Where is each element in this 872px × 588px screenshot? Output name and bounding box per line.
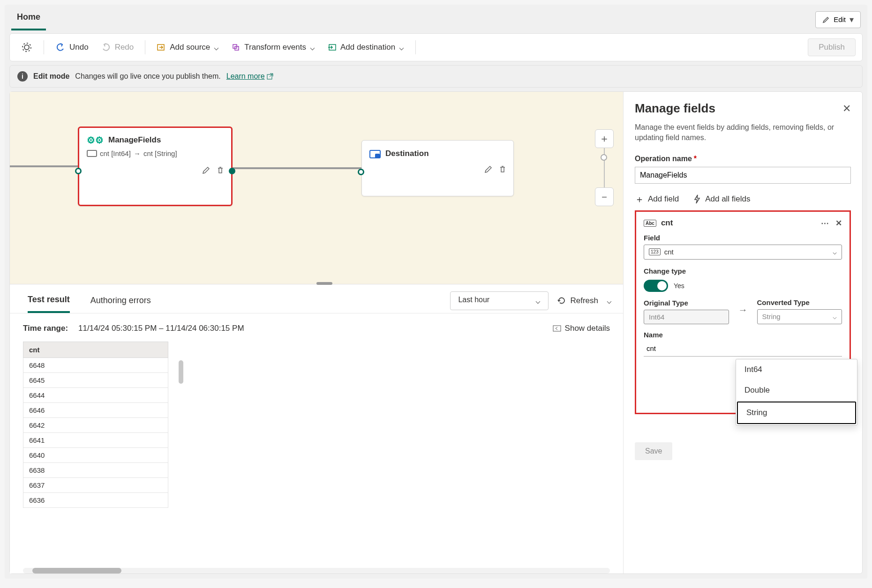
nav-home[interactable]: Home: [11, 8, 46, 30]
add-destination-label: Add destination: [340, 43, 395, 52]
details-icon: [553, 325, 561, 332]
field-label: Field: [644, 234, 842, 242]
undo-button[interactable]: Undo: [51, 39, 93, 55]
gears-icon: ⚙⚙: [87, 134, 104, 146]
table-row[interactable]: 6638: [23, 463, 168, 478]
edge: [233, 167, 361, 169]
show-details-button[interactable]: Show details: [553, 324, 610, 333]
redo-label: Redo: [115, 43, 134, 52]
transform-icon: [231, 43, 241, 52]
table-cell: 6636: [23, 493, 168, 508]
tab-test-result[interactable]: Test result: [28, 288, 70, 313]
time-range-value: Last hour: [458, 296, 489, 306]
zoom-slider[interactable]: [604, 148, 605, 168]
redo-button: Redo: [96, 39, 139, 55]
name-field-label: Name: [644, 331, 842, 339]
remove-field-icon[interactable]: ✕: [835, 218, 842, 228]
table-row[interactable]: 6648: [23, 358, 168, 373]
toggle-value: Yes: [674, 282, 684, 290]
field-select[interactable]: 123 cnt ⌵: [644, 245, 842, 260]
more-options-icon[interactable]: ⋯: [821, 218, 829, 228]
chevron-down-icon[interactable]: ⌵: [607, 296, 612, 306]
chevron-down-icon: ⌵: [535, 296, 541, 306]
panel-description: Manage the event fields by adding fields…: [635, 122, 851, 143]
gear-icon: [21, 42, 32, 53]
svg-point-0: [24, 45, 29, 50]
result-table: cnt 664866456644664666426641664066386637…: [23, 342, 168, 508]
table-cell: 6645: [23, 373, 168, 388]
dropdown-option-double[interactable]: Double: [736, 380, 857, 401]
table-row[interactable]: 6646: [23, 403, 168, 418]
zoom-out-button[interactable]: －: [595, 187, 614, 206]
name-field-input[interactable]: [644, 341, 842, 357]
zoom-in-button[interactable]: ＋: [595, 129, 614, 148]
horizontal-scrollbar[interactable]: [23, 568, 610, 573]
field-select-value: cnt: [664, 248, 674, 256]
add-source-button[interactable]: Add source ⌵: [152, 39, 224, 55]
converted-type-select[interactable]: String ⌵: [757, 309, 842, 324]
chevron-down-icon: ▾: [849, 15, 854, 25]
learn-more-link[interactable]: Learn more: [226, 72, 273, 81]
settings-button[interactable]: [16, 39, 37, 56]
operation-name-input[interactable]: [635, 167, 851, 184]
node-field-to: cnt [String]: [143, 149, 177, 157]
dropdown-option-string[interactable]: String: [737, 402, 856, 424]
table-row[interactable]: 6641: [23, 433, 168, 448]
edge: [10, 165, 78, 167]
node-field-from: cnt [Int64]: [100, 149, 131, 157]
panel-title: Manage fields: [635, 101, 715, 116]
dropdown-option-int64[interactable]: Int64: [736, 359, 857, 380]
change-type-toggle[interactable]: [644, 280, 668, 292]
edit-label: Edit: [834, 15, 846, 23]
time-range-label: Time range:: [23, 324, 68, 333]
input-port[interactable]: [358, 169, 364, 175]
edit-mode-label: Edit mode: [33, 72, 69, 81]
table-row[interactable]: 6637: [23, 478, 168, 493]
table-row[interactable]: 6645: [23, 373, 168, 388]
table-row[interactable]: 6642: [23, 418, 168, 433]
output-port[interactable]: [229, 168, 235, 174]
flow-canvas[interactable]: ⚙⚙ ManageFields cnt [Int64] → cnt [Strin…: [10, 92, 623, 284]
table-row[interactable]: 6636: [23, 493, 168, 508]
plus-icon: ＋: [635, 193, 644, 206]
refresh-button[interactable]: Refresh: [557, 296, 598, 305]
lightning-icon: [693, 194, 701, 204]
add-field-label: Add field: [648, 194, 679, 204]
add-all-fields-button[interactable]: Add all fields: [693, 193, 750, 206]
table-cell: 6637: [23, 478, 168, 493]
save-button: Save: [635, 442, 672, 460]
original-type-input: Int64: [644, 310, 729, 324]
operation-name-label: Operation name*: [635, 155, 851, 163]
col-header-cnt[interactable]: cnt: [23, 342, 168, 358]
arrow-icon: →: [738, 305, 748, 318]
vertical-scrollbar[interactable]: [179, 360, 183, 384]
close-panel-button[interactable]: ✕: [842, 103, 851, 115]
edit-button[interactable]: Edit ▾: [815, 11, 861, 28]
tab-authoring-errors[interactable]: Authoring errors: [90, 289, 151, 312]
table-row[interactable]: 6644: [23, 388, 168, 403]
edit-node-icon[interactable]: [202, 166, 210, 176]
table-row[interactable]: 6640: [23, 448, 168, 463]
table-cell: 6644: [23, 388, 168, 403]
converted-type-dropdown: Int64 Double String: [736, 359, 857, 425]
panel-resize-handle[interactable]: [316, 282, 332, 285]
destination-node[interactable]: Destination: [361, 140, 514, 196]
chevron-down-icon: ⌵: [833, 248, 837, 256]
pencil-icon: [822, 16, 830, 23]
converted-type-label: Converted Type: [757, 298, 842, 306]
manage-fields-node[interactable]: ⚙⚙ ManageFields cnt [Int64] → cnt [Strin…: [78, 127, 233, 206]
delete-node-icon[interactable]: [216, 166, 225, 176]
refresh-icon: [557, 296, 566, 305]
delete-node-icon[interactable]: [498, 165, 507, 175]
input-port[interactable]: [75, 168, 82, 174]
table-cell: 6640: [23, 448, 168, 463]
rename-icon: [87, 150, 97, 157]
add-field-button[interactable]: ＋ Add field: [635, 193, 679, 206]
edit-node-icon[interactable]: [484, 165, 493, 175]
add-destination-icon: [327, 43, 337, 52]
transform-events-button[interactable]: Transform events ⌵: [226, 39, 320, 55]
table-cell: 6641: [23, 433, 168, 448]
time-range-select[interactable]: Last hour ⌵: [450, 291, 549, 310]
add-destination-button[interactable]: Add destination ⌵: [323, 39, 409, 55]
chevron-down-icon: ⌵: [399, 42, 404, 52]
